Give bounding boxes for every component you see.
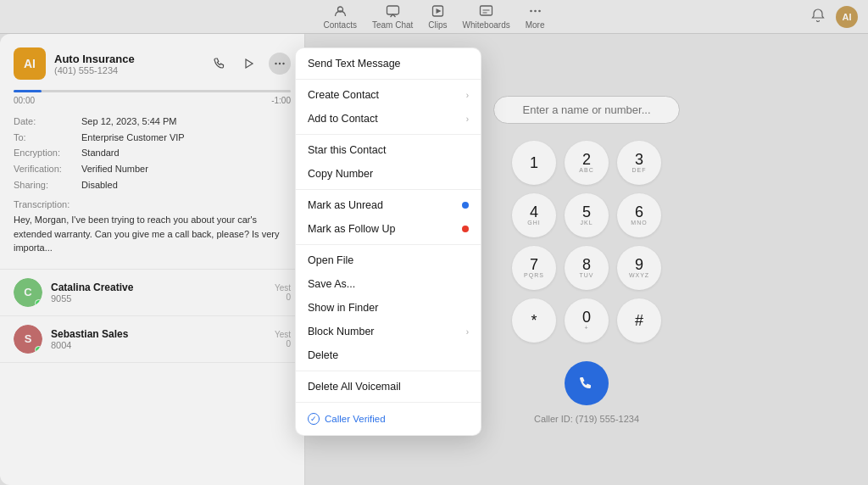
menu-footer: ✓ Caller Verified: [296, 406, 481, 432]
menu-item-delete-all[interactable]: Delete All Voicemail: [296, 375, 481, 399]
chevron-right-icon: ›: [466, 114, 469, 124]
verified-text: Caller Verified: [325, 414, 386, 424]
verified-icon: ✓: [308, 413, 320, 425]
menu-divider: [296, 244, 481, 245]
menu-item-delete[interactable]: Delete: [296, 343, 481, 367]
menu-item-block-number[interactable]: Block Number ›: [296, 320, 481, 343]
followup-badge: [462, 226, 469, 232]
context-menu: Send Text Message Create Contact › Add t…: [295, 47, 481, 436]
menu-item-send-text[interactable]: Send Text Message: [296, 52, 481, 75]
menu-divider: [296, 371, 481, 371]
menu-item-show-finder[interactable]: Show in Finder: [296, 296, 481, 320]
chevron-right-icon: ›: [466, 91, 469, 100]
menu-item-mark-followup[interactable]: Mark as Follow Up: [296, 217, 481, 241]
menu-item-save-as[interactable]: Save As...: [296, 272, 481, 296]
menu-item-create-contact[interactable]: Create Contact ›: [296, 83, 481, 107]
menu-divider: [296, 134, 481, 135]
menu-divider: [296, 79, 481, 80]
menu-item-open-file[interactable]: Open File: [296, 248, 481, 272]
chevron-right-icon: ›: [466, 327, 469, 337]
unread-badge: [462, 202, 469, 209]
menu-item-copy-number[interactable]: Copy Number: [296, 162, 481, 186]
menu-item-star-contact[interactable]: Star this Contact: [296, 138, 481, 162]
menu-item-add-contact[interactable]: Add to Contact ›: [296, 107, 481, 131]
menu-divider: [296, 189, 481, 190]
menu-divider: [296, 402, 481, 403]
menu-item-mark-unread[interactable]: Mark as Unread: [296, 193, 481, 217]
